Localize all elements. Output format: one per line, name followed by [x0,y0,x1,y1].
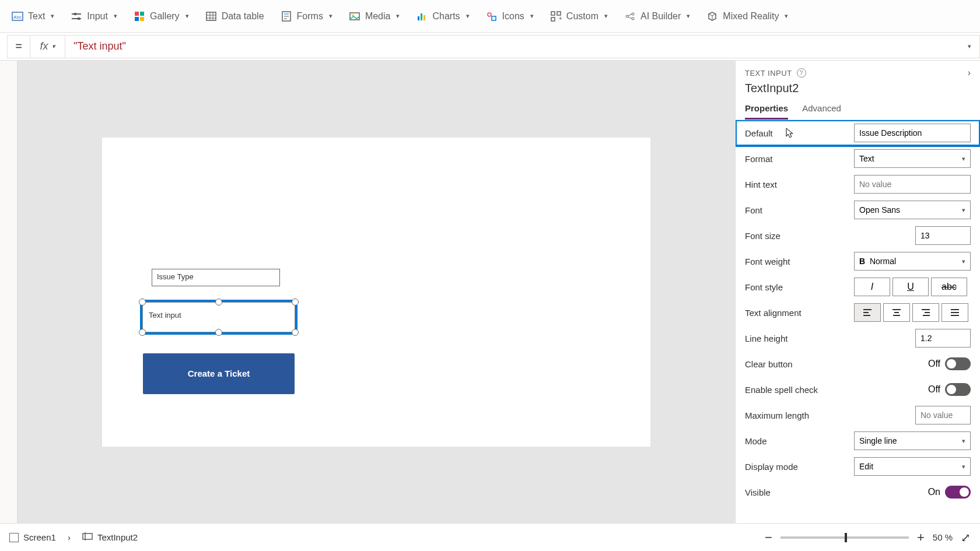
toolbar-icons[interactable]: Icons ▾ [479,7,541,26]
fontweight-select[interactable]: B Normal▾ [854,252,971,271]
chevron-down-icon: ▾ [687,12,690,20]
toolbar-input[interactable]: Input ▾ [64,7,124,26]
prop-label: Font size [745,231,780,241]
textinput1-control[interactable]: Issue Type [152,269,280,286]
formula-input[interactable]: "Text input" ▾ [65,35,980,58]
status-bar: Screen1 › TextInput2 − + 50 % ⤢ [0,523,980,551]
left-rail[interactable] [0,61,18,523]
svg-point-24 [488,13,491,16]
toolbar-mixedreality[interactable]: Mixed Reality ▾ [699,7,795,26]
screen-icon [9,533,19,542]
prop-label: Hint text [745,180,777,189]
prop-mode: Mode Single line▾ [736,428,980,454]
resize-handle[interactable] [139,329,146,336]
create-ticket-button[interactable]: Create a Ticket [143,353,295,394]
clearbutton-toggle[interactable] [945,357,971,370]
insert-toolbar: Abc Text ▾ Input ▾ Gallery ▾ Data table … [0,0,980,33]
prop-font: Font Open Sans▾ [736,197,980,223]
toolbar-aibuilder[interactable]: AI Builder ▾ [617,7,697,26]
breadcrumb-control[interactable]: TextInput2 [82,532,138,543]
formula-bar: = fx ▾ "Text input" ▾ [0,33,980,61]
charts-bar-icon [416,10,428,22]
toolbar-label: Data table [222,11,264,22]
tab-advanced[interactable]: Advanced [802,103,841,120]
toolbar-forms[interactable]: Forms ▾ [274,7,340,26]
toggle-state-label: Off [928,359,940,369]
resize-handle[interactable] [139,299,146,306]
toolbar-label: Mixed Reality [723,11,779,22]
align-justify-button[interactable] [942,303,968,322]
toggle-state-label: On [928,487,940,497]
breadcrumb-label: Screen1 [23,532,56,542]
expand-icon[interactable]: ⤢ [961,531,971,545]
svg-point-31 [632,13,634,15]
textinput2-selection[interactable]: Text input [140,300,298,335]
cursor-icon [785,127,794,139]
default-input[interactable] [854,124,971,142]
toolbar-charts[interactable]: Charts ▾ [409,7,476,26]
toolbar-text[interactable]: Abc Text ▾ [5,7,61,26]
prop-label: Font style [745,282,783,292]
toolbar-label: AI Builder [640,11,681,22]
fontsize-input[interactable] [915,226,971,245]
fx-button[interactable]: fx ▾ [30,35,65,58]
hinttext-input[interactable] [854,175,971,194]
chevron-down-icon: ▾ [466,12,470,20]
equals-button[interactable]: = [7,35,30,58]
svg-point-30 [626,15,628,17]
zoom-out-button[interactable]: − [765,530,772,545]
canvas-area[interactable]: Issue Type Text input Create a Ticket [18,61,735,523]
chevron-down-icon: ▾ [530,12,534,20]
lineheight-input[interactable] [915,329,971,348]
breadcrumb-screen[interactable]: Screen1 [9,532,56,542]
toolbar-custom[interactable]: + Custom ▾ [543,7,615,26]
help-icon[interactable]: ? [797,68,806,78]
align-right-button[interactable] [912,303,939,322]
mode-select[interactable]: Single line▾ [854,431,971,450]
displaymode-select[interactable]: Edit▾ [854,457,971,476]
visible-toggle[interactable] [945,486,971,499]
tab-properties[interactable]: Properties [745,103,788,120]
app-screen-canvas[interactable]: Issue Type Text input Create a Ticket [102,138,650,447]
svg-text:Abc: Abc [13,15,22,20]
strikethrough-button[interactable]: abc [931,278,967,296]
textinput2-control[interactable]: Text input [142,302,295,332]
resize-handle[interactable] [292,299,299,306]
toolbar-media[interactable]: Media ▾ [342,7,407,26]
font-select[interactable]: Open Sans▾ [854,201,971,219]
gallery-grid-icon [134,10,145,22]
breadcrumb-separator: › [68,532,71,542]
resize-handle[interactable] [292,329,299,336]
align-center-button[interactable] [883,303,910,322]
forms-icon [281,10,292,22]
underline-button[interactable]: U [892,278,929,296]
prop-label: Line height [745,334,788,343]
prop-fontsize: Font size [736,223,980,248]
format-select[interactable]: Text▾ [854,149,971,168]
mixed-reality-icon [706,10,718,22]
svg-rect-7 [140,12,144,16]
chevron-down-icon: ▾ [962,437,965,445]
svg-point-20 [352,14,354,16]
italic-button[interactable]: I [854,278,890,296]
chevron-down-icon: ▾ [186,12,189,20]
chevron-right-icon[interactable]: › [968,68,971,78]
svg-rect-8 [135,17,139,21]
align-left-button[interactable] [854,303,881,322]
maxlength-input[interactable] [915,406,971,424]
fx-label: fx [40,40,48,52]
resize-handle[interactable] [215,299,222,306]
prop-visible: Visible On [736,479,980,505]
zoom-slider[interactable] [780,536,909,539]
spellcheck-toggle[interactable] [945,383,971,396]
toolbar-gallery[interactable]: Gallery ▾ [127,7,196,26]
prop-label: Format [745,154,773,164]
zoom-in-button[interactable]: + [917,530,925,545]
prop-label: Mode [745,436,767,446]
prop-label: Enable spell check [745,385,818,395]
svg-rect-50 [83,534,92,539]
toolbar-datatable[interactable]: Data table [198,7,271,26]
resize-handle[interactable] [215,329,222,336]
prop-hinttext: Hint text [736,171,980,197]
svg-rect-5 [78,17,80,20]
